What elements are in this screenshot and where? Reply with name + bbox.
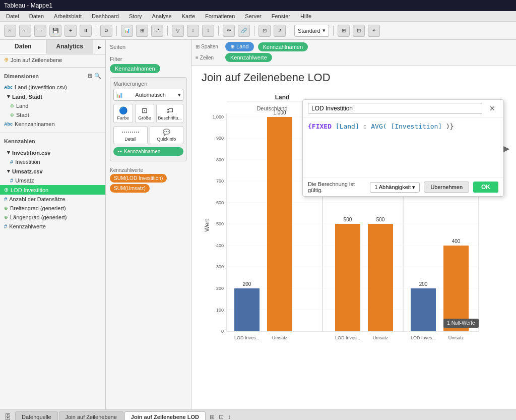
collapse-icon: ▾ xyxy=(7,93,10,100)
x-label-6: Umsatz xyxy=(448,335,464,340)
menu-formatieren[interactable]: Formatieren xyxy=(203,12,237,20)
panel-expand-btn[interactable]: ▸ xyxy=(93,40,105,54)
dim-land-investition[interactable]: Abc Land (Investition.csv) xyxy=(0,83,105,92)
lod-deps-btn[interactable]: 1 Abhängigkeit ▾ xyxy=(370,182,420,193)
grid-icon[interactable]: ⊞ xyxy=(88,73,92,79)
filter-kennzahlnamen-pill[interactable]: Kennzahlnamen xyxy=(110,64,160,73)
toolbar-pause-btn[interactable]: ⏸ xyxy=(80,25,92,37)
menu-fenster[interactable]: Fenster xyxy=(270,12,292,20)
add-sheet-icon[interactable]: ⊞ xyxy=(209,412,216,421)
tab-datenquelle[interactable]: Datenquelle xyxy=(15,411,58,420)
menu-arbeitsblatt[interactable]: Arbeitsblatt xyxy=(52,12,84,20)
mark-beschriftung-btn[interactable]: 🏷 Beschriftu... xyxy=(156,104,183,123)
toolbar-filter-btn[interactable]: ▽ xyxy=(172,25,184,37)
sum-umsatz-pill[interactable]: SUM(Umsatz) xyxy=(110,184,150,193)
toolbar: ⌂ ← → 💾 + ⏸ ↺ 📊 ⊞ ⇌ ▽ ↕ ↕ ✏ 🔗 ⊡ ↗ Standa… xyxy=(0,22,516,40)
dim-stadt-label: Stadt xyxy=(16,112,29,118)
menu-daten[interactable]: Daten xyxy=(27,12,46,20)
separator6 xyxy=(290,26,290,36)
measure-lod-investition[interactable]: ⊕ LOD Investition xyxy=(0,185,105,195)
investition-csv-group[interactable]: ▾ Investition.csv xyxy=(0,148,105,157)
bar-nl-lod[interactable] xyxy=(411,288,436,331)
x-label-4: Umsatz xyxy=(373,335,389,340)
menu-datei[interactable]: Datei xyxy=(4,12,21,20)
measure-breitengrad[interactable]: ⊕ Breitengrad (generiert) xyxy=(0,204,105,213)
markierungen-section: Markierungen 📊 Automatisch ▾ 🔵 Farbe ⊡ G… xyxy=(110,77,187,161)
toolbar-screen-btn[interactable]: ⊡ xyxy=(353,25,365,37)
dimensionen-header: Dimensionen ⊞ 🔍 xyxy=(0,70,105,81)
toolbar-forward-btn[interactable]: → xyxy=(34,25,46,37)
dim-stadt[interactable]: ⊕ Stadt xyxy=(0,110,105,119)
toolbar-sort2-btn[interactable]: ↕ xyxy=(202,25,214,37)
sum-lod-pill[interactable]: SUM(LOD Investition) xyxy=(110,174,167,183)
measure-umsatz[interactable]: # Umsatz xyxy=(0,176,105,185)
investition-csv-label: Investition.csv xyxy=(12,150,50,156)
toolbar-add-btn[interactable]: + xyxy=(64,25,77,37)
dropdown-chevron-icon: ▾ xyxy=(178,92,181,98)
menu-server[interactable]: Server xyxy=(243,12,263,20)
measure-laengengrad[interactable]: ⊕ Längengrad (generiert) xyxy=(0,213,105,222)
mark-detail-label: Detail xyxy=(124,137,136,142)
search-icon[interactable]: 🔍 xyxy=(94,73,101,79)
label-icon: 🏷 xyxy=(166,106,173,114)
menu-karte[interactable]: Karte xyxy=(180,12,197,20)
toolbar-fit-btn[interactable]: ⊞ xyxy=(338,25,350,37)
toolbar-home-btn[interactable]: ⌂ xyxy=(4,25,16,37)
toolbar-back-btn[interactable]: ← xyxy=(19,25,31,37)
toolbar-link-btn[interactable]: 🔗 xyxy=(238,25,250,37)
dim-land-stadt-group[interactable]: ▾ Land, Stadt xyxy=(0,92,105,101)
umsatz-csv-group[interactable]: ▾ Umsatz.csv xyxy=(0,166,105,176)
tab-join-zeilenebene[interactable]: Join auf Zeilenebene xyxy=(59,411,123,420)
sort-sheet-icon[interactable]: ↕ xyxy=(227,412,232,421)
lod-close-btn[interactable]: ✕ xyxy=(486,103,498,113)
land-shelf-pill[interactable]: ⊕ Land xyxy=(225,42,254,51)
bar-nl-umsatz[interactable] xyxy=(443,246,469,331)
duplicate-sheet-icon[interactable]: ⊡ xyxy=(218,412,225,421)
dim-kennzahlnamen[interactable]: Abc Kennzahlnamen xyxy=(0,119,105,129)
toolbar-share-btn[interactable]: ⚭ xyxy=(368,25,380,37)
measure-anzahl[interactable]: # Anzahl der Datensätze xyxy=(0,195,105,204)
x-label-1: LOD Inves... xyxy=(234,335,260,340)
menu-analyse[interactable]: Analyse xyxy=(150,12,174,20)
zeilen-shelf: ≡ Zeilen Kennzahlwerte xyxy=(196,53,512,62)
toolbar-chart-btn[interactable]: 📊 xyxy=(121,25,133,37)
marks-type-dropdown[interactable]: 📊 Automatisch ▾ xyxy=(113,89,183,101)
toolbar-standard-dropdown[interactable]: Standard ▾ xyxy=(294,25,329,37)
lod-formula-area[interactable]: {FIXED [Land] : AVG( [Investition] )} xyxy=(303,117,503,178)
lod-title-input[interactable] xyxy=(308,103,482,114)
tab-join-zeilenebene-lod[interactable]: Join auf Zeilenebene LOD xyxy=(124,411,206,420)
toolbar-save-btn[interactable]: 💾 xyxy=(49,25,61,37)
menu-dashboard[interactable]: Dashboard xyxy=(90,12,121,20)
tab-analytics[interactable]: Analytics xyxy=(47,40,94,54)
kennzahlwerte-label: Kennzahlwerte xyxy=(110,167,187,173)
mark-farbe-btn[interactable]: 🔵 Farbe xyxy=(113,104,133,123)
bar-it-umsatz[interactable] xyxy=(368,224,393,331)
dim-land[interactable]: ⊕ Land xyxy=(0,101,105,110)
bar-de-umsatz[interactable] xyxy=(267,117,292,331)
toolbar-grid-btn[interactable]: ⊞ xyxy=(136,25,148,37)
toolbar-undo-btn[interactable]: ↺ xyxy=(100,25,112,37)
toolbar-sort-btn[interactable]: ↕ xyxy=(187,25,199,37)
cross-icon: ⊕ xyxy=(4,187,9,193)
tab-daten[interactable]: Daten xyxy=(0,40,47,54)
measure-kennzahlwerte[interactable]: # Kennzahlwerte xyxy=(0,222,105,231)
datasource-icon[interactable]: 🗄 xyxy=(4,413,11,421)
toolbar-crop-btn[interactable]: ⊡ xyxy=(259,25,271,37)
lod-ubernehmen-btn[interactable]: Übernehmen xyxy=(424,182,469,193)
toolbar-swap-btn[interactable]: ⇌ xyxy=(151,25,163,37)
measure-investition[interactable]: # Investition xyxy=(0,157,105,166)
mark-grosse-btn[interactable]: ⊡ Größe xyxy=(135,104,155,123)
lod-ok-btn[interactable]: OK xyxy=(473,182,498,193)
toolbar-cursor-btn[interactable]: ↗ xyxy=(274,25,286,37)
join-item[interactable]: ⊕ Join auf Zeilenebene xyxy=(0,54,105,65)
toolbar-pen-btn[interactable]: ✏ xyxy=(223,25,235,37)
kennzahlnamen-shelf-pill[interactable]: Kennzahlnamen xyxy=(258,42,308,51)
menu-story[interactable]: Story xyxy=(127,12,144,20)
bar-de-lod[interactable] xyxy=(234,288,260,331)
mark-detail-btn[interactable]: ⋯⋯⋯ Detail xyxy=(113,126,148,144)
bar-it-lod[interactable] xyxy=(335,224,360,331)
kennzahlwerte-shelf-pill[interactable]: Kennzahlwerte xyxy=(225,53,272,62)
kennzahlnamen-marks-pill[interactable]: ⚏ Kennzahlnamen xyxy=(113,147,183,156)
mark-quickinfo-btn[interactable]: 💬 QuickInfo xyxy=(150,126,184,144)
menu-hilfe[interactable]: Hilfe xyxy=(298,12,313,20)
